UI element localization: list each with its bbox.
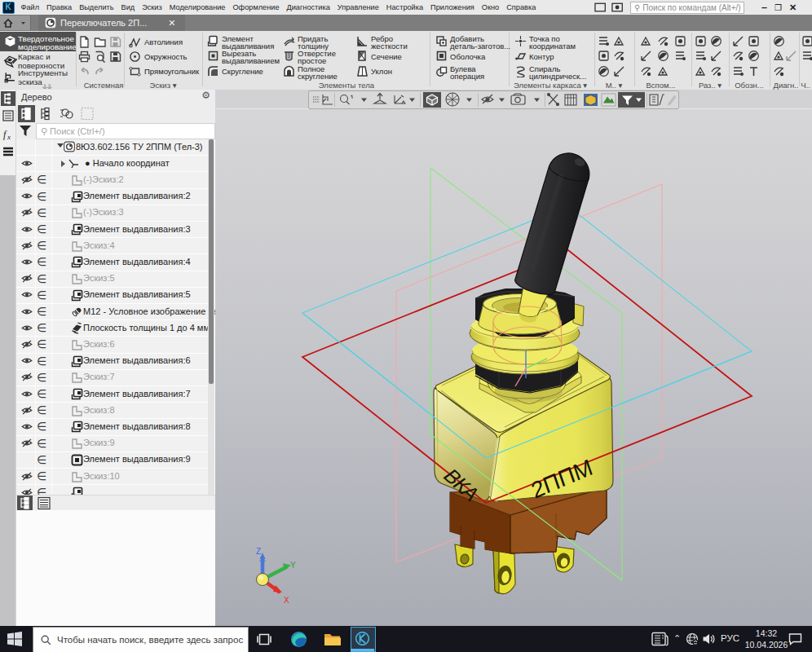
svg-text:Z: Z bbox=[256, 547, 261, 556]
svg-text:X: X bbox=[284, 596, 289, 605]
svg-text:x: x bbox=[7, 133, 11, 141]
svg-text:Y: Y bbox=[290, 561, 296, 570]
